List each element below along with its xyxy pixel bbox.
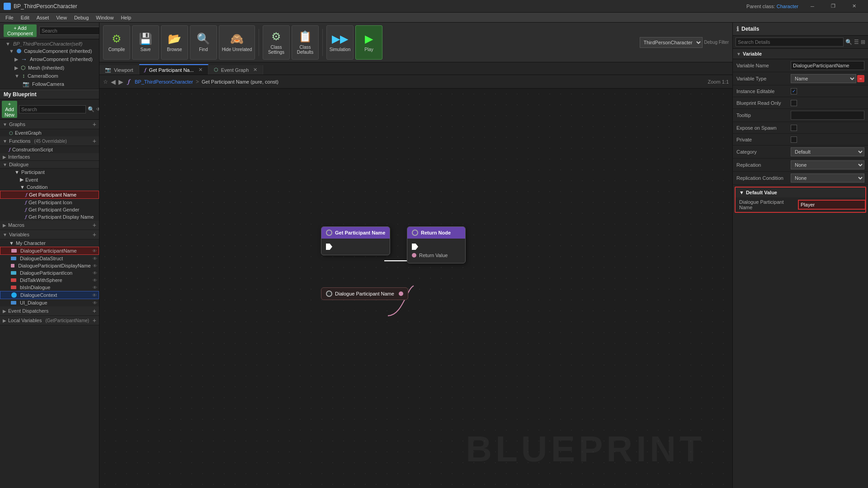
save-button[interactable]: 💾 Save [132, 25, 159, 60]
event-item[interactable]: ▶ Event [0, 176, 99, 183]
forward-button[interactable]: ▶ [118, 78, 123, 85]
eg-tab-close[interactable]: ✕ [253, 67, 257, 73]
variables-add-icon[interactable]: + [93, 231, 96, 238]
simulation-button[interactable]: ▶▶ Simulation [326, 25, 354, 60]
menu-asset[interactable]: Asset [33, 14, 53, 21]
menu-debug[interactable]: Debug [71, 14, 92, 21]
add-new-button[interactable]: + Add New [2, 101, 17, 118]
dds-eye-icon[interactable]: 👁 [93, 256, 97, 261]
biid-eye-icon[interactable]: 👁 [93, 285, 97, 290]
var-dialogue-participant-display-name[interactable]: DialogueParticipantDisplayName 👁 [0, 262, 99, 269]
capsule-component[interactable]: ▼ CapsuleComponent (Inherited) [0, 47, 99, 55]
blueprint-search-input[interactable] [19, 105, 86, 113]
menu-help[interactable]: Help [117, 14, 135, 21]
dpn-eye-icon[interactable]: 👁 [92, 249, 97, 253]
follow-camera[interactable]: 📷 FollowCamera [0, 80, 99, 88]
dpi-eye-icon[interactable]: 👁 [93, 271, 97, 276]
get-participant-display-name-item[interactable]: 𝒇 Get Participant Display Name [0, 213, 99, 221]
functions-section[interactable]: ▼ Functions (45 Overridable) + [0, 136, 99, 146]
menu-window[interactable]: Window [92, 14, 117, 21]
menu-view[interactable]: View [52, 14, 71, 21]
browse-button[interactable]: 📂 Browse [161, 25, 188, 60]
details-list-icon[interactable]: ☰ [854, 39, 859, 45]
var-did-talk-with-sphere[interactable]: DidTalkWithSphere 👁 [0, 277, 99, 284]
dv-dpn-input[interactable] [798, 200, 866, 210]
participant-item[interactable]: ▼ Participant [0, 169, 99, 176]
replication-condition-select[interactable]: None [791, 174, 864, 183]
close-button[interactable]: ✕ [844, 0, 864, 13]
functions-add-icon[interactable]: + [93, 137, 96, 145]
class-settings-button[interactable]: ⚙ Class Settings [263, 25, 290, 60]
return-node[interactable]: Return Node Return Value [407, 226, 466, 263]
back-button[interactable]: ◀ [111, 78, 116, 85]
var-dialogue-context[interactable]: DialogueContext 👁 [0, 291, 99, 299]
dialogue-section[interactable]: ▼ Dialogue [0, 161, 99, 169]
get-participant-name-item[interactable]: 𝒇 Get Participant Name [0, 191, 99, 199]
macros-add-icon[interactable]: + [93, 221, 96, 229]
component-search-input[interactable] [39, 27, 99, 35]
play-button[interactable]: ▶ Play [355, 25, 382, 60]
add-component-button[interactable]: + Add Component [4, 24, 37, 37]
var-bis-in-dialogue[interactable]: bIsInDialogue 👁 [0, 284, 99, 291]
dtws-eye-icon[interactable]: 👁 [93, 278, 97, 283]
variable-type-select[interactable]: Name [791, 74, 856, 83]
tab-get-participant-name[interactable]: 𝒇 Get Participant Na... ✕ [139, 64, 208, 75]
dpdn-eye-icon[interactable]: 👁 [93, 263, 97, 268]
dialogue-participant-name-var-node[interactable]: Dialogue Participant Name [321, 287, 408, 300]
uid-eye-icon[interactable]: 👁 [93, 300, 97, 305]
ed-add-icon[interactable]: + [93, 307, 96, 314]
private-checkbox[interactable] [791, 136, 797, 143]
event-graph-item[interactable]: ⬡ EventGraph [0, 129, 99, 136]
hide-unrelated-button[interactable]: 🙈 Hide Unrelated [219, 25, 255, 60]
camera-boom[interactable]: ▼ ↕ CameraBoom [0, 72, 99, 80]
fn-tab-close[interactable]: ✕ [198, 67, 203, 73]
var-dialogue-participant-icon[interactable]: DialogueParticipantIcon 👁 [0, 269, 99, 277]
get-participant-name-node[interactable]: Get Participant Name [321, 226, 390, 255]
variables-section[interactable]: ▼ Variables + [0, 230, 99, 239]
variable-name-input[interactable] [791, 61, 864, 70]
arrow-component[interactable]: ▶ → ArrowComponent (Inherited) [0, 55, 99, 64]
tab-viewport[interactable]: 📷 Viewport [99, 65, 139, 75]
replication-select[interactable]: None [791, 160, 864, 169]
var-dialogue-data-struct[interactable]: DialogueDataStruct 👁 [0, 255, 99, 262]
blueprint-canvas[interactable]: Get Participant Name Return Node [99, 89, 732, 488]
graphs-section[interactable]: ▼ Graphs + [0, 120, 99, 129]
instance-editable-checkbox[interactable] [791, 88, 797, 94]
variable-type-remove-button[interactable]: − [857, 75, 864, 82]
mesh-component[interactable]: ▶ ⬡ Mesh (Inherited) [0, 64, 99, 72]
graphs-add-icon[interactable]: + [93, 121, 96, 128]
event-dispatchers-section[interactable]: ▶ Event Dispatchers + [0, 306, 99, 316]
var-ui-dialogue[interactable]: UI_Dialogue 👁 [0, 299, 99, 306]
lv-add-icon[interactable]: + [93, 317, 96, 324]
tooltip-input[interactable] [791, 111, 864, 120]
self-component[interactable]: ▼ BP_ThirdPersonCharacter(self) [0, 40, 99, 47]
restore-button[interactable]: ❐ [823, 0, 844, 13]
details-search-input[interactable] [736, 38, 844, 47]
star-icon[interactable]: ☆ [103, 79, 108, 85]
class-defaults-button[interactable]: 📋 Class Defaults [292, 25, 319, 60]
var-dialogue-participant-name[interactable]: DialogueParticipantName 👁 [0, 247, 99, 255]
default-value-header[interactable]: ▼ Default Value [736, 188, 865, 197]
find-button[interactable]: 🔍 Find [190, 25, 217, 60]
expose-on-spawn-checkbox[interactable] [791, 125, 797, 131]
menu-file[interactable]: File [2, 14, 17, 21]
construction-script-item[interactable]: 𝒇 ConstructionScript [0, 146, 99, 153]
compile-button[interactable]: ⚙ Compile [103, 25, 130, 60]
get-participant-gender-item[interactable]: 𝒇 Get Participant Gender [0, 206, 99, 213]
macros-section[interactable]: ▶ Macros + [0, 221, 99, 230]
minimize-button[interactable]: ─ [802, 0, 823, 13]
get-participant-icon-item[interactable]: 𝒇 Get Participant Icon [0, 199, 99, 206]
interfaces-section[interactable]: ▶ Interfaces [0, 153, 99, 161]
tab-event-graph[interactable]: ⬡ Event Graph ✕ [208, 65, 264, 75]
local-variables-section[interactable]: ▶ Local Variables (GetParticipantName) + [0, 316, 99, 325]
details-grid-icon[interactable]: ⊞ [861, 39, 865, 45]
variable-section-header[interactable]: ▼ Variable [733, 49, 868, 59]
category-select[interactable]: Default [791, 147, 864, 156]
debug-filter-select[interactable]: ThirdPersonCharacter [640, 37, 703, 48]
dc-eye-icon[interactable]: 👁 [92, 293, 97, 298]
blueprint-read-only-checkbox[interactable] [791, 100, 797, 106]
my-character-sub[interactable]: ▼ My Character [0, 239, 99, 247]
condition-item[interactable]: ▼ Condition [0, 183, 99, 191]
bp-filter-icon[interactable]: 👁 [96, 106, 99, 113]
menu-edit[interactable]: Edit [17, 14, 33, 21]
